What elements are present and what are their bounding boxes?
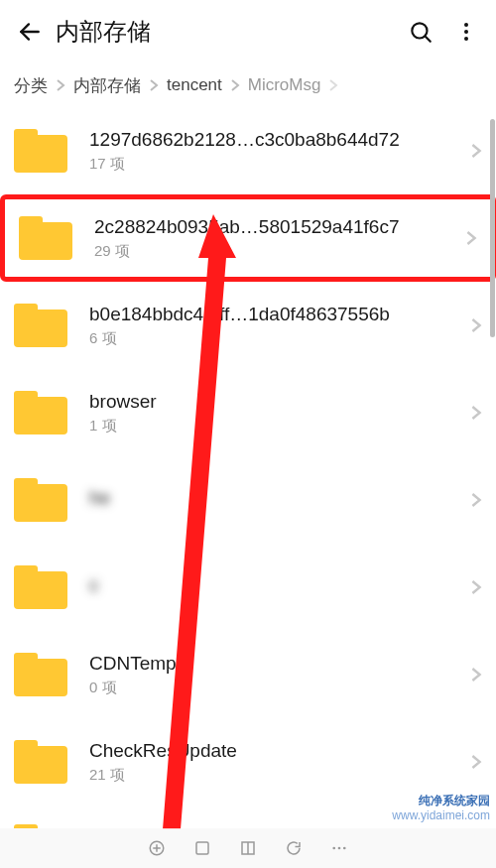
folder-row[interactable]: 1297d6862b2128…c3c0ba8b644d72 17 项: [0, 107, 496, 194]
crumb-micromsg[interactable]: MicroMsg: [248, 75, 321, 95]
folder-icon: [14, 653, 67, 696]
tool-refresh-icon[interactable]: [284, 838, 304, 858]
folder-meta: c: [89, 574, 462, 600]
folder-icon: [19, 216, 72, 260]
folder-icon: [14, 565, 67, 609]
folder-meta: he: [89, 487, 462, 513]
chevron-right-icon: [470, 316, 482, 334]
chevron-right-icon: [470, 753, 482, 771]
folder-name: c: [89, 574, 462, 596]
svg-point-5: [464, 37, 468, 41]
folder-name: CDNTemp: [89, 653, 462, 675]
folder-icon: [14, 740, 67, 784]
folder-itemcount: 17 项: [89, 155, 462, 174]
folder-name: browser: [89, 391, 462, 413]
more-vertical-icon: [454, 20, 478, 44]
chevron-right-icon: [470, 578, 482, 596]
chevron-right-icon: [470, 491, 482, 509]
folder-itemcount: 0 项: [89, 679, 462, 697]
chevron-right-icon: [328, 78, 338, 92]
folder-row[interactable]: 2c28824b0935ab…5801529a41f6c7 29 项: [0, 194, 496, 282]
folder-row[interactable]: c: [0, 544, 496, 631]
folder-meta: CDNTemp 0 项: [89, 653, 462, 697]
tool-plus-icon[interactable]: [147, 838, 167, 858]
chevron-right-icon: [56, 78, 65, 92]
chevron-right-icon: [470, 142, 482, 160]
app-bar: 内部存储: [0, 0, 496, 63]
folder-row[interactable]: he: [0, 456, 496, 544]
folder-icon: [14, 129, 67, 173]
folder-itemcount: 6 项: [89, 329, 462, 348]
folder-itemcount: 29 项: [94, 242, 457, 261]
folder-icon: [14, 478, 67, 522]
scrollbar[interactable]: [488, 119, 496, 794]
folder-name: 2c28824b0935ab…5801529a41f6c7: [94, 216, 457, 238]
folder-meta: b0e184bbdc4a ff…1da0f48637556b 6 项: [89, 304, 462, 348]
page-title: 内部存储: [56, 16, 391, 48]
tool-more-icon[interactable]: [329, 838, 349, 858]
chevron-right-icon: [470, 666, 482, 683]
crumb-storage[interactable]: 内部存储: [73, 74, 141, 97]
folder-row[interactable]: browser 1 项: [0, 369, 496, 456]
tool-grid-icon[interactable]: [238, 838, 258, 858]
folder-meta: CheckResUpdate 21 项: [89, 740, 462, 785]
svg-point-14: [338, 847, 341, 850]
breadcrumb: 分类 内部存储 tencent MicroMsg: [0, 63, 496, 107]
chevron-right-icon: [230, 78, 240, 92]
svg-point-15: [343, 847, 346, 850]
folder-icon: [14, 304, 67, 347]
folder-row[interactable]: CDNTemp 0 项: [0, 631, 496, 718]
folder-meta: 2c28824b0935ab…5801529a41f6c7 29 项: [94, 216, 457, 261]
search-button[interactable]: [405, 16, 436, 48]
search-icon: [408, 19, 434, 45]
svg-rect-10: [196, 842, 208, 854]
crumb-tencent[interactable]: tencent: [167, 75, 222, 95]
crumb-root[interactable]: 分类: [14, 74, 48, 97]
folder-meta: 1297d6862b2128…c3c0ba8b644d72 17 项: [89, 129, 462, 174]
more-button[interactable]: [450, 16, 482, 48]
folder-name: b0e184bbdc4a ff…1da0f48637556b: [89, 304, 462, 325]
svg-point-13: [332, 847, 335, 850]
chevron-right-icon: [465, 229, 477, 247]
chevron-right-icon: [149, 78, 159, 92]
tool-box-icon[interactable]: [192, 838, 212, 858]
folder-itemcount: 21 项: [89, 766, 462, 785]
svg-line-2: [426, 37, 431, 42]
svg-point-4: [464, 30, 468, 34]
chevron-right-icon: [470, 404, 482, 422]
folder-name: CheckResUpdate: [89, 740, 462, 762]
folder-itemcount: 1 项: [89, 417, 462, 435]
folder-row[interactable]: CheckResUpdate 21 项: [0, 718, 496, 806]
folder-meta: browser 1 项: [89, 391, 462, 435]
folder-name: he: [89, 487, 462, 509]
arrow-left-icon: [17, 19, 43, 45]
folder-row[interactable]: b0e184bbdc4a ff…1da0f48637556b 6 项: [0, 282, 496, 369]
folder-icon: [14, 391, 67, 434]
watermark: 纯净系统家园 www.yidaimei.com: [392, 794, 490, 824]
folder-name: 1297d6862b2128…c3c0ba8b644d72: [89, 129, 462, 151]
file-list: 1297d6862b2128…c3c0ba8b644d72 17 项 2c288…: [0, 107, 496, 828]
svg-point-3: [464, 23, 468, 27]
bottom-toolbar: [0, 828, 496, 868]
back-button[interactable]: [14, 16, 46, 48]
